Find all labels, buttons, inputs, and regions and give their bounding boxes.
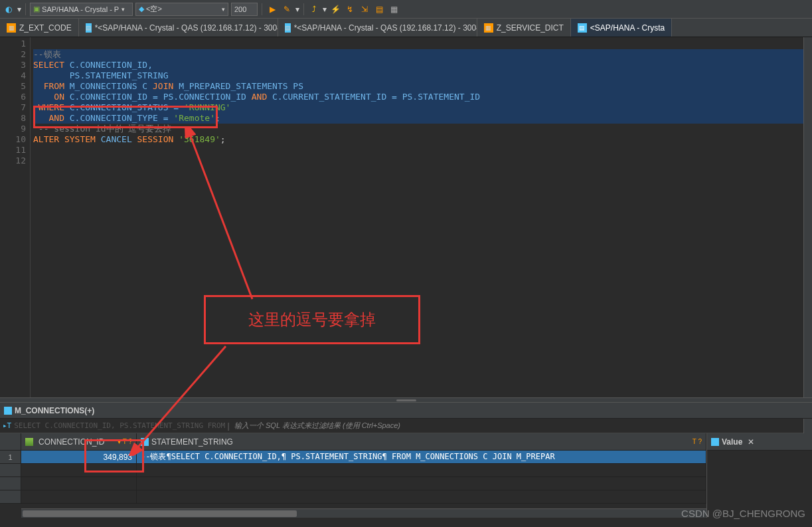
text-type-icon <box>141 438 149 446</box>
schema-label: <空> <box>146 4 162 14</box>
tab-label: Z_SERVICE_DICT <box>497 23 564 33</box>
separator <box>303 3 304 15</box>
export-icon[interactable]: ⤴ <box>308 3 320 15</box>
sql-icon: ▤ <box>285 23 291 33</box>
line-gutter: 1 2 3 4 5 6 7 8 9 10 11 12 <box>0 37 31 397</box>
column-statement-string[interactable]: STATEMENT_STRING T ? <box>137 433 706 450</box>
toolbar-icon-1[interactable]: ◐ <box>3 3 15 15</box>
grid-corner[interactable] <box>0 433 21 450</box>
value-panel: Value ✕ <box>707 433 812 518</box>
tab-label: *<SAP/HANA - Crystal - QAS (192.168.17.1… <box>294 23 477 33</box>
results-filter-bar: ▸T SELECT C.CONNECTION_ID, PS.STATEMENT_… <box>0 419 812 433</box>
bolt-icon-2[interactable]: ↯ <box>344 3 356 15</box>
grid-row-empty <box>0 490 706 504</box>
tab-sql-qas-2[interactable]: ▤ *<SAP/HANA - Crystal - QAS (192.168.17… <box>278 19 477 37</box>
separator <box>262 3 262 15</box>
grid-row-empty <box>0 464 706 477</box>
schema-dropdown[interactable]: ◆ <空> ▾ <box>135 3 228 16</box>
table-icon: ▦ <box>7 23 16 33</box>
table-icon: ▦ <box>484 23 493 33</box>
sql-editor[interactable]: 1 2 3 4 5 6 7 8 9 10 11 12 --锁表SELECT C.… <box>0 37 812 397</box>
pagesize-value: 200 <box>234 5 246 13</box>
dd-arrow-3[interactable]: ▾ <box>323 5 327 14</box>
tab-sql-crystal-active[interactable]: ▤ <SAP/HANA - Crysta <box>571 19 672 37</box>
column-filter-icons[interactable]: T ? <box>692 438 702 445</box>
results-tab-mconnections[interactable]: M_CONNECTIONS(+) <box>4 406 94 415</box>
dd-arrow[interactable]: ▾ <box>17 5 21 14</box>
column-label: STATEMENT_STRING <box>151 437 233 447</box>
db-connection-dropdown[interactable]: ▣ SAP/HANA - Crystal - P ▾ <box>30 3 133 16</box>
filter-divider: | <box>225 421 232 431</box>
doc-icon[interactable]: ▦ <box>388 3 400 15</box>
separator <box>25 3 26 15</box>
column-label: CONNECTION_ID <box>39 437 104 447</box>
schema-icon: ◆ <box>139 5 144 13</box>
filter-scrollbar[interactable] <box>803 419 812 433</box>
number-type-icon <box>25 438 33 446</box>
split-handle[interactable] <box>0 397 812 403</box>
value-icon <box>711 438 719 446</box>
horizontal-scrollbar[interactable] <box>21 508 706 518</box>
cell-connection-id[interactable]: 349,893 <box>21 451 137 463</box>
sql-filter-icon: ▸T <box>3 421 11 430</box>
cell-statement-string[interactable]: --锁表¶SELECT C.CONNECTION_ID,¶ PS.STATEME… <box>137 451 706 463</box>
column-connection-id[interactable]: CONNECTION_ID ▾ T ? <box>21 433 137 450</box>
results-tab-label: M_CONNECTIONS(+) <box>15 406 94 415</box>
filter-hint[interactable]: 输入一个 SQL 表达式来过滤结果 (使用 Ctrl+Space) <box>234 421 400 431</box>
value-panel-header: Value ✕ <box>707 433 812 451</box>
column-filter-icons[interactable]: ▾ T ? <box>118 438 132 445</box>
grid-row-empty <box>0 477 706 490</box>
pagesize-input[interactable]: 200 <box>231 3 258 16</box>
editor-tabbar: ▦ Z_EXT_CODE ▤ *<SAP/HANA - Crystal - QA… <box>0 19 812 37</box>
grid-row-1[interactable]: 1 349,893 --锁表¶SELECT C.CONNECTION_ID,¶ … <box>0 451 706 464</box>
db-connection-label: SAP/HANA - Crystal - P <box>42 5 119 13</box>
tab-label: <SAP/HANA - Crysta <box>590 23 665 33</box>
sql-icon: ▤ <box>86 23 92 33</box>
filter-sql-echo: SELECT C.CONNECTION_ID, PS.STATEMENT_STR… <box>14 421 225 430</box>
results-area: CONNECTION_ID ▾ T ? STATEMENT_STRING T ?… <box>0 433 812 518</box>
tab-sql-qas-1[interactable]: ▤ *<SAP/HANA - Crystal - QAS (192.168.17… <box>79 19 278 37</box>
run-icon[interactable]: ▶ <box>266 3 278 15</box>
db-icon: ▣ <box>33 5 40 13</box>
chart-icon[interactable]: ▤ <box>373 3 385 15</box>
dd-arrow-2[interactable]: ▾ <box>295 5 299 14</box>
close-icon[interactable]: ✕ <box>748 437 754 447</box>
bolt-icon-3[interactable]: ⇲ <box>359 3 370 15</box>
results-grid: CONNECTION_ID ▾ T ? STATEMENT_STRING T ?… <box>0 433 707 518</box>
sql-icon: ▤ <box>578 23 587 33</box>
pencil-icon[interactable]: ✎ <box>281 3 293 15</box>
results-tabbar: M_CONNECTIONS(+) <box>0 403 812 419</box>
value-panel-title: Value <box>722 437 742 447</box>
grid-header: CONNECTION_ID ▾ T ? STATEMENT_STRING T ? <box>0 433 706 451</box>
tab-label: Z_EXT_CODE <box>19 23 72 33</box>
main-toolbar: ◐ ▾ ▣ SAP/HANA - Crystal - P ▾ ◆ <空> ▾ 2… <box>0 0 812 19</box>
tab-z-ext-code[interactable]: ▦ Z_EXT_CODE <box>0 19 79 37</box>
row-number: 1 <box>0 451 21 463</box>
watermark: CSDN @BJ_CHENGRONG <box>681 508 805 519</box>
tab-z-service-dict[interactable]: ▦ Z_SERVICE_DICT <box>477 19 571 37</box>
grid-icon <box>4 407 12 415</box>
editor-scrollbar[interactable] <box>803 37 812 397</box>
code-content[interactable]: --锁表SELECT C.CONNECTION_ID, PS.STATEMENT… <box>31 37 812 397</box>
bolt-icon-1[interactable]: ⚡ <box>329 3 341 15</box>
tab-label: *<SAP/HANA - Crystal - QAS (192.168.17.1… <box>95 23 278 33</box>
